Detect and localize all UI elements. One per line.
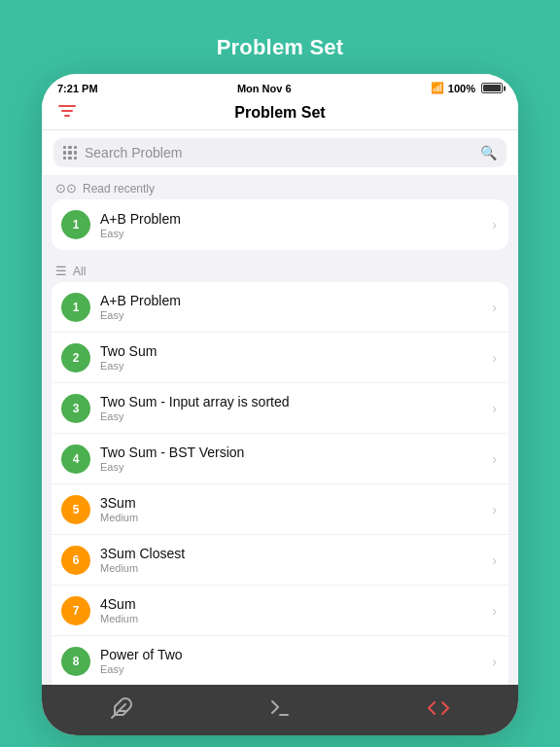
section-recent-label: Read recently [83,182,155,196]
page-title: Problem Set [217,35,344,60]
status-bar: 7:21 PM Mon Nov 6 📶 100% [42,74,518,98]
item-info: A+B Problem Easy [100,211,492,239]
item-badge: 5 [61,495,90,524]
item-badge: 2 [61,343,90,373]
grid-icon [63,146,77,160]
item-difficulty: Medium [100,613,492,624]
list-item[interactable]: 3 Two Sum - Input array is sorted Easy › [52,383,508,434]
list-item[interactable]: 7 4Sum Medium › [52,586,508,636]
nav-bar: Problem Set [42,98,518,130]
section-all-label: All [73,265,86,278]
chevron-icon: › [492,603,497,619]
list-item[interactable]: 8 Power of Two Easy › [52,636,508,685]
tab-terminal[interactable] [249,693,311,724]
list-item[interactable]: 1 A+B Problem Easy › [52,282,508,333]
tab-bar [42,685,518,735]
item-name: 3Sum Closest [100,546,492,561]
search-bar[interactable]: Search Problem 🔍 [53,138,507,167]
list-item[interactable]: 6 3Sum Closest Medium › [52,535,508,586]
item-difficulty: Medium [100,512,492,523]
battery-percent: 100% [448,83,475,94]
item-difficulty: Easy [100,410,492,422]
content-area: ⊙⊙ Read recently 1 A+B Problem Easy › ☰ … [42,175,518,685]
list-item[interactable]: 2 Two Sum Easy › [52,333,508,383]
item-name: Power of Two [100,647,492,662]
section-recent-header: ⊙⊙ Read recently [42,175,518,199]
list-item[interactable]: 1 A+B Problem Easy › [52,199,508,250]
item-info: A+B Problem Easy [100,293,492,321]
item-difficulty: Easy [100,309,492,321]
tab-feather[interactable] [90,693,153,724]
status-date: Mon Nov 6 [237,83,292,94]
all-list: 1 A+B Problem Easy › 2 Two Sum Easy › 3 … [52,282,508,685]
tab-code[interactable] [407,693,470,724]
section-all-header: ☰ All [42,258,518,282]
item-badge: 1 [61,210,90,239]
item-badge: 4 [61,445,90,474]
item-difficulty: Easy [100,228,492,239]
search-icon: 🔍 [480,145,497,160]
item-info: Two Sum - Input array is sorted Easy [100,394,492,422]
item-info: 3Sum Medium [100,495,492,523]
chevron-icon: › [492,300,497,315]
item-badge: 1 [61,293,90,322]
recent-list: 1 A+B Problem Easy › [52,199,508,250]
item-difficulty: Easy [100,360,492,372]
nav-title: Problem Set [234,104,325,122]
item-name: Two Sum [100,343,492,359]
chevron-icon: › [492,552,497,568]
status-time: 7:21 PM [57,83,98,94]
item-name: 4Sum [100,596,492,612]
item-difficulty: Easy [100,461,492,473]
item-name: A+B Problem [100,211,492,227]
item-info: Two Sum Easy [100,343,492,372]
item-name: A+B Problem [100,293,492,308]
device-frame: 7:21 PM Mon Nov 6 📶 100% Problem Set [42,74,518,735]
item-name: 3Sum [100,495,492,511]
filter-icon[interactable] [57,103,77,124]
battery-icon [481,83,503,93]
item-name: Two Sum - Input array is sorted [100,394,492,409]
wifi-icon: 📶 [431,82,444,94]
item-difficulty: Easy [100,663,492,675]
chevron-icon: › [492,502,497,517]
list-item[interactable]: 5 3Sum Medium › [52,484,508,535]
item-info: Power of Two Easy [100,647,492,675]
list-item[interactable]: 4 Two Sum - BST Version Easy › [52,434,508,484]
chevron-icon: › [492,654,497,669]
item-badge: 3 [61,394,90,423]
item-info: 3Sum Closest Medium [100,546,492,574]
item-badge: 8 [61,647,90,676]
search-placeholder[interactable]: Search Problem [85,145,472,160]
chevron-icon: › [492,217,497,232]
item-badge: 7 [61,596,90,625]
chevron-icon: › [492,401,497,416]
chevron-icon: › [492,350,497,366]
item-name: Two Sum - BST Version [100,445,492,460]
item-difficulty: Medium [100,562,492,574]
item-info: Two Sum - BST Version Easy [100,445,492,473]
item-badge: 6 [61,546,90,575]
chevron-icon: › [492,451,497,467]
all-icon: ☰ [55,264,67,278]
search-container: Search Problem 🔍 [42,130,518,175]
status-right: 📶 100% [431,82,503,94]
item-info: 4Sum Medium [100,596,492,624]
recent-icon: ⊙⊙ [55,181,77,196]
